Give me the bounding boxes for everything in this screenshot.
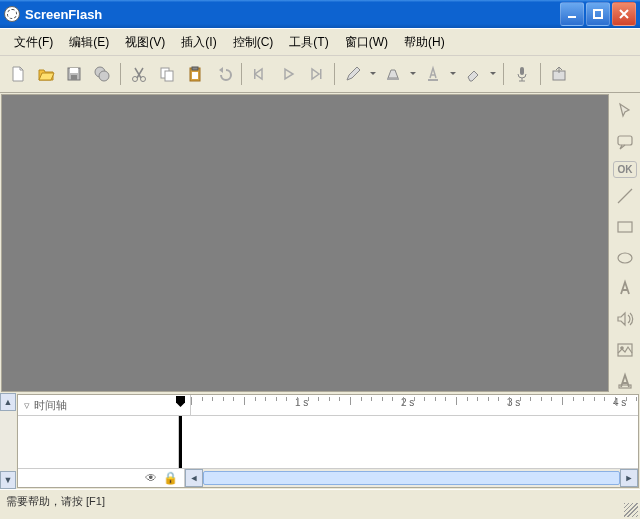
svg-rect-21 — [618, 222, 632, 232]
ellipse-tool[interactable] — [612, 245, 638, 270]
menu-help[interactable]: 帮助(H) — [396, 32, 453, 53]
menu-file[interactable]: 文件(F) — [6, 32, 61, 53]
svg-rect-18 — [520, 67, 524, 75]
svg-point-6 — [99, 71, 109, 81]
svg-rect-12 — [192, 67, 198, 70]
timeline-label: 时间轴 — [18, 395, 191, 415]
pencil-tool-button[interactable] — [340, 61, 366, 87]
scroll-up-icon[interactable]: ▲ — [0, 393, 16, 411]
prev-button[interactable] — [247, 61, 273, 87]
microphone-button[interactable] — [509, 61, 535, 87]
callout-tool[interactable] — [612, 130, 638, 155]
timeline-hscroll[interactable]: ◄ ► — [185, 469, 638, 487]
record-button[interactable] — [89, 61, 115, 87]
resize-grip-icon[interactable] — [624, 503, 638, 517]
playhead[interactable] — [179, 416, 182, 468]
svg-rect-14 — [254, 69, 256, 79]
export-button[interactable] — [546, 61, 572, 87]
menu-insert[interactable]: 插入(I) — [173, 32, 224, 53]
svg-rect-0 — [568, 16, 576, 18]
svg-rect-15 — [320, 69, 322, 79]
svg-rect-17 — [428, 79, 438, 81]
annotation-tool[interactable] — [612, 368, 638, 393]
menu-bar: 文件(F) 编辑(E) 视图(V) 插入(I) 控制(C) 工具(T) 窗口(W… — [0, 28, 640, 56]
svg-rect-3 — [70, 68, 78, 73]
menu-view[interactable]: 视图(V) — [117, 32, 173, 53]
svg-point-24 — [621, 347, 623, 349]
window-title: ScreenFlash — [25, 7, 560, 22]
highlight-dropdown[interactable] — [408, 61, 418, 87]
menu-control[interactable]: 控制(C) — [225, 32, 282, 53]
pencil-dropdown[interactable] — [368, 61, 378, 87]
eraser-button[interactable] — [460, 61, 486, 87]
svg-rect-4 — [71, 75, 77, 80]
next-button[interactable] — [303, 61, 329, 87]
svg-rect-1 — [594, 10, 602, 18]
main-toolbar — [0, 56, 640, 93]
timeline-vscroll[interactable]: ▲ ▼ — [0, 393, 16, 489]
copy-button[interactable] — [154, 61, 180, 87]
open-button[interactable] — [33, 61, 59, 87]
timeline-layer-list[interactable] — [18, 416, 179, 468]
highlight-tool-button[interactable] — [380, 61, 406, 87]
menu-window[interactable]: 窗口(W) — [337, 32, 396, 53]
image-tool[interactable] — [612, 338, 638, 363]
svg-point-7 — [133, 77, 138, 82]
timeline-track[interactable] — [179, 416, 638, 468]
status-bar: 需要帮助，请按 [F1] — [0, 489, 640, 512]
pointer-tool[interactable] — [612, 99, 638, 124]
svg-point-22 — [618, 253, 632, 263]
play-button[interactable] — [275, 61, 301, 87]
status-text: 需要帮助，请按 [F1] — [6, 494, 105, 509]
scrollbar-thumb[interactable] — [203, 471, 620, 485]
svg-rect-10 — [165, 71, 173, 81]
ok-button-tool[interactable]: OK — [613, 161, 637, 178]
save-button[interactable] — [61, 61, 87, 87]
eye-icon[interactable]: 👁 — [145, 471, 157, 485]
menu-edit[interactable]: 编辑(E) — [61, 32, 117, 53]
scroll-left-icon[interactable]: ◄ — [185, 469, 203, 487]
new-button[interactable] — [5, 61, 31, 87]
svg-rect-20 — [618, 136, 632, 145]
text-tool[interactable] — [612, 276, 638, 301]
svg-rect-13 — [192, 72, 198, 79]
text-color-dropdown[interactable] — [448, 61, 458, 87]
scroll-right-icon[interactable]: ► — [620, 469, 638, 487]
close-button[interactable] — [612, 2, 636, 26]
scroll-down-icon[interactable]: ▼ — [0, 471, 16, 489]
svg-rect-16 — [387, 78, 399, 80]
maximize-button[interactable] — [586, 2, 610, 26]
undo-button[interactable] — [210, 61, 236, 87]
lock-icon[interactable]: 🔒 — [163, 471, 178, 485]
line-tool[interactable] — [612, 184, 638, 209]
timeline-ruler[interactable]: 1 s 2 s 3 s 4 s — [191, 395, 638, 415]
timeline-panel: 时间轴 1 s 2 s 3 s 4 s 👁 🔒 ◄ ► — [17, 394, 639, 488]
text-color-button[interactable] — [420, 61, 446, 87]
svg-point-8 — [141, 77, 146, 82]
rectangle-tool[interactable] — [612, 214, 638, 239]
menu-tools[interactable]: 工具(T) — [281, 32, 336, 53]
side-toolbar: OK — [610, 93, 640, 393]
eraser-dropdown[interactable] — [488, 61, 498, 87]
canvas-area[interactable] — [1, 94, 609, 392]
window-titlebar: ScreenFlash — [0, 0, 640, 28]
cut-button[interactable] — [126, 61, 152, 87]
minimize-button[interactable] — [560, 2, 584, 26]
app-icon — [4, 6, 20, 22]
sound-tool[interactable] — [612, 307, 638, 332]
paste-button[interactable] — [182, 61, 208, 87]
